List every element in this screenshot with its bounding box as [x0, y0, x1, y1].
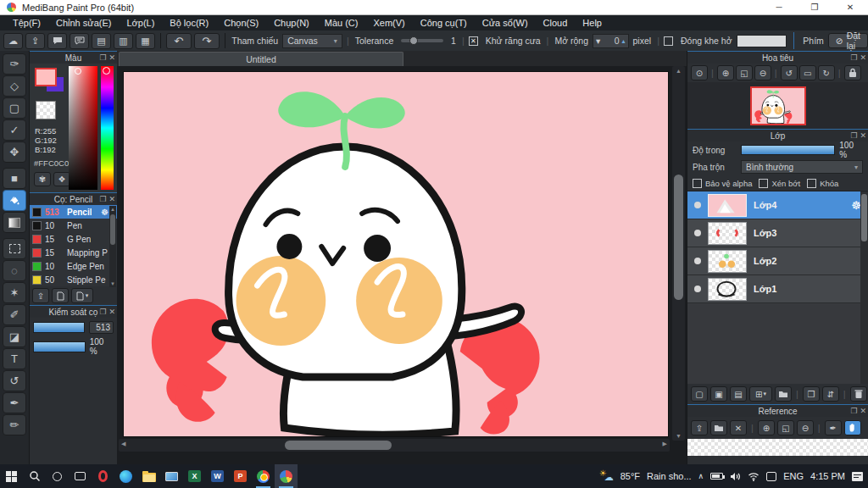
- canvas-tab[interactable]: Untitled: [119, 52, 403, 66]
- close-icon[interactable]: ✕: [860, 407, 866, 415]
- lasso-tool[interactable]: ◌: [3, 260, 26, 281]
- document-list-icon[interactable]: ▥: [114, 33, 133, 49]
- zoom-in-icon[interactable]: ⊕: [758, 420, 775, 435]
- reference-upload-icon[interactable]: ⇪: [691, 420, 708, 435]
- language-indicator[interactable]: ENG: [783, 471, 804, 481]
- gradient-tool[interactable]: [3, 212, 26, 233]
- menu-filter[interactable]: Bộ lọc(R): [162, 18, 216, 28]
- shape-tool[interactable]: ▢: [3, 97, 26, 119]
- text-tool[interactable]: T: [3, 348, 26, 369]
- teams-tray-icon[interactable]: [766, 472, 776, 481]
- layer-visibility-dot[interactable]: [694, 230, 701, 236]
- horizontal-scrollbar[interactable]: ◀ ▶: [119, 439, 670, 452]
- magic-wand-tool[interactable]: ✶: [3, 282, 26, 303]
- eraser-tool[interactable]: ◇: [3, 75, 26, 97]
- new-layer-icon[interactable]: ▢: [691, 386, 708, 402]
- hand-tool-icon[interactable]: [844, 420, 861, 435]
- fit-screen-icon[interactable]: ◱: [736, 65, 753, 80]
- hue-bar[interactable]: [101, 66, 114, 190]
- layer-row[interactable]: Lớp4 ☸: [687, 191, 868, 219]
- minimize-button[interactable]: ─: [761, 0, 797, 14]
- layer-visibility-dot[interactable]: [694, 258, 701, 264]
- brush-list-scrollbar[interactable]: ▲ ▼: [109, 206, 116, 287]
- palette-add-icon[interactable]: ❖: [53, 172, 70, 186]
- transparent-color-swatch[interactable]: [36, 101, 56, 119]
- reference-clear-icon[interactable]: ✕: [730, 420, 747, 435]
- layer-folder-icon[interactable]: [775, 386, 792, 402]
- alpha-protect-checkbox[interactable]: [693, 179, 702, 188]
- document-icon[interactable]: ▤: [92, 33, 111, 49]
- zoom-actual-icon[interactable]: ⊙: [691, 65, 708, 80]
- popout-icon[interactable]: ❐: [850, 407, 857, 415]
- saturation-value-picker[interactable]: [69, 66, 97, 190]
- brush-tool[interactable]: ✑: [3, 53, 26, 75]
- layer-opacity-slider[interactable]: [741, 145, 835, 155]
- scroll-right-icon[interactable]: ▶: [663, 441, 667, 447]
- scroll-up-icon[interactable]: ▲: [109, 207, 116, 212]
- cloud-icon[interactable]: ☁: [3, 33, 23, 49]
- brush-item[interactable]: 10 Pen: [30, 219, 117, 232]
- menu-help[interactable]: Help: [575, 18, 609, 28]
- canvas[interactable]: [123, 71, 669, 437]
- scroll-down-icon[interactable]: ▼: [109, 281, 116, 286]
- chat-panel-icon[interactable]: [70, 33, 89, 49]
- scroll-up-icon[interactable]: ▲: [672, 68, 685, 74]
- reference-dropdown[interactable]: Canvas▾: [282, 34, 342, 48]
- menu-tools[interactable]: Công cụ(T): [413, 18, 475, 28]
- brush-cloud-upload-icon[interactable]: ⇪: [32, 288, 49, 303]
- scroll-left-icon[interactable]: ◀: [121, 441, 125, 447]
- restore-button[interactable]: ❐: [797, 0, 832, 14]
- new-1bit-layer-icon[interactable]: ▤: [730, 386, 747, 402]
- close-icon[interactable]: ✕: [108, 53, 115, 62]
- layer-row[interactable]: Lớp2: [687, 247, 868, 275]
- delete-layer-icon[interactable]: [850, 386, 867, 402]
- popout-icon[interactable]: ❐: [850, 131, 857, 140]
- reference-preview-area[interactable]: [687, 439, 868, 456]
- clipping-checkbox[interactable]: [759, 179, 768, 188]
- menu-file[interactable]: Tệp(F): [5, 18, 48, 28]
- zoom-in-icon[interactable]: ⊕: [717, 65, 734, 80]
- brush-duplicate-icon[interactable]: ▾: [71, 288, 93, 303]
- menu-snap[interactable]: Chụp(N): [266, 18, 317, 28]
- rotate-right-icon[interactable]: ↻: [818, 65, 835, 80]
- fit-screen-icon[interactable]: ◱: [777, 420, 794, 435]
- close-gap-checkbox[interactable]: [664, 36, 673, 46]
- lock-icon[interactable]: [844, 65, 861, 80]
- task-view-button[interactable]: [69, 464, 92, 488]
- reference-eyedropper-icon[interactable]: ✒: [825, 420, 842, 435]
- tolerance-slider-knob[interactable]: [409, 36, 418, 45]
- close-gap-input[interactable]: [737, 35, 787, 47]
- tray-chevron-up-icon[interactable]: ∧: [698, 472, 704, 480]
- taskbar-medibang[interactable]: [275, 464, 298, 488]
- wifi-icon[interactable]: [748, 472, 760, 481]
- undo-button[interactable]: ↶: [166, 33, 192, 49]
- select-tool[interactable]: [3, 238, 26, 259]
- layer-visibility-dot[interactable]: [694, 202, 701, 208]
- zoom-out-icon[interactable]: ⊖: [754, 65, 771, 80]
- popout-icon[interactable]: ❐: [99, 195, 106, 203]
- brush-item[interactable]: 15 Mapping P: [30, 246, 117, 259]
- menu-window[interactable]: Cửa sổ(W): [475, 18, 536, 28]
- brush-item[interactable]: 50 Stipple Pe: [30, 273, 117, 286]
- layer-row[interactable]: Lớp1: [687, 275, 868, 303]
- add-layer-menu-icon[interactable]: ⊞▾: [749, 386, 772, 402]
- brush-opacity-slider[interactable]: [33, 341, 86, 352]
- brush-size-slider[interactable]: [33, 322, 85, 333]
- taskbar-this-pc[interactable]: [160, 464, 183, 488]
- scrollbar-thumb[interactable]: [285, 441, 392, 450]
- close-icon[interactable]: ✕: [860, 53, 866, 62]
- comment-icon[interactable]: [47, 33, 67, 49]
- bucket-tool[interactable]: [3, 190, 26, 211]
- taskbar-opera[interactable]: [92, 464, 114, 488]
- scrollbar-thumb[interactable]: [110, 214, 115, 245]
- publish-icon[interactable]: ⇪: [25, 33, 45, 49]
- brush-settings-gear-icon[interactable]: ☸: [101, 208, 108, 217]
- brush-size-value[interactable]: 513: [89, 321, 114, 334]
- menu-cloud[interactable]: Cloud: [536, 18, 576, 28]
- weather-text[interactable]: Rain sho...: [647, 471, 692, 481]
- popout-icon[interactable]: ❐: [99, 308, 106, 316]
- navigator-thumbnail[interactable]: [750, 86, 806, 125]
- reset-button[interactable]: ⊘Đặt lại: [828, 33, 868, 48]
- weather-icon[interactable]: ☀☁: [599, 470, 614, 482]
- reset-rotation-icon[interactable]: ▭: [799, 65, 816, 80]
